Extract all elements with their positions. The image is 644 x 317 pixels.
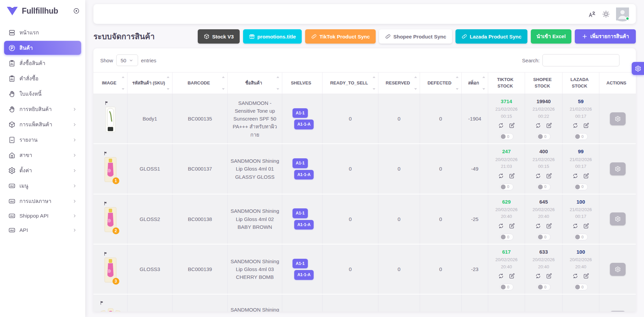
sku-value: Body1	[143, 115, 157, 123]
refresh-icon[interactable]	[572, 123, 578, 128]
row-settings-button[interactable]	[610, 212, 626, 225]
edit-icon[interactable]	[583, 123, 589, 128]
sidebar-item-purchase[interactable]: สั่งซื้อสินค้า	[4, 56, 81, 70]
sidebar-item-api[interactable]: AdAPI	[4, 224, 81, 237]
refresh-icon[interactable]	[535, 173, 541, 179]
sort-asc-icon[interactable]	[222, 76, 225, 78]
search-input[interactable]	[542, 54, 619, 66]
shelf-badge: A1-1-A	[294, 270, 314, 280]
column-header-stock[interactable]: สต็อก	[462, 72, 488, 94]
sort-asc-icon[interactable]	[276, 76, 279, 78]
stock-v3-button[interactable]: Stock V3	[198, 29, 239, 44]
shopee-sync-button[interactable]: Shopee Product Sync	[379, 29, 452, 44]
edit-icon[interactable]	[509, 123, 515, 128]
sort-asc-icon[interactable]	[414, 76, 417, 78]
stock-sync-toggle[interactable]: 0	[537, 284, 551, 290]
edit-icon[interactable]	[546, 273, 552, 279]
sidebar-item-menu[interactable]: Adเมนู	[4, 179, 81, 193]
stock-sync-toggle[interactable]: 0	[574, 234, 588, 240]
row-settings-button[interactable]	[610, 311, 626, 312]
sort-desc-icon[interactable]	[222, 88, 225, 90]
sync-date: 20/02/2026	[495, 257, 518, 263]
sort-asc-icon[interactable]	[482, 76, 485, 78]
stock-sync-toggle[interactable]: 0	[537, 234, 551, 240]
column-header-reserved[interactable]: RESERVED	[378, 72, 420, 94]
edit-icon[interactable]	[546, 223, 552, 229]
refresh-icon[interactable]	[498, 123, 504, 128]
edit-icon[interactable]	[583, 223, 589, 229]
stock-sync-toggle[interactable]: 0	[574, 284, 588, 290]
column-header-defected[interactable]: DEFECTED	[420, 72, 462, 94]
stock-sync-toggle[interactable]: 0	[500, 133, 513, 140]
sidebar-item-products[interactable]: สินค้า	[4, 41, 81, 55]
sort-asc-icon[interactable]	[167, 76, 169, 78]
column-header-barcode[interactable]: BARCODE	[173, 72, 228, 94]
sidebar-item-translation[interactable]: Adการแปลภาษา	[4, 194, 81, 208]
sidebar-item-shippop-api[interactable]: AdShippop API	[4, 209, 81, 222]
refresh-icon[interactable]	[535, 123, 541, 128]
stock-actions	[498, 123, 515, 128]
import-excel-button[interactable]: นำเข้า Excel	[531, 29, 572, 44]
edit-icon[interactable]	[583, 273, 589, 279]
sidebar-pin-icon[interactable]	[73, 7, 80, 14]
sidebar-item-settings[interactable]: ตั้งค่า	[4, 163, 81, 177]
sidebar-item-invoices[interactable]: ใบแจ้งหนี้	[4, 87, 81, 101]
sidebar-item-packing[interactable]: การแพ็คสินค้า	[4, 117, 81, 131]
sidebar-item-branch[interactable]: สาขา	[4, 148, 81, 162]
edit-icon[interactable]	[546, 123, 552, 128]
refresh-icon[interactable]	[572, 273, 578, 279]
sort-asc-icon[interactable]	[122, 76, 124, 78]
tiktok-sync-button[interactable]: TikTok Product Sync	[305, 29, 376, 44]
lazada-stock-qty: 100	[576, 198, 585, 206]
edit-icon[interactable]	[509, 173, 515, 179]
edit-icon[interactable]	[509, 223, 515, 229]
column-header-name[interactable]: ชื่อสินค้า	[228, 72, 282, 94]
refresh-icon[interactable]	[498, 223, 504, 229]
row-settings-button[interactable]	[610, 112, 626, 125]
edit-icon[interactable]	[546, 173, 552, 179]
sidebar-item-picking[interactable]: การหยิบสินค้า	[4, 102, 81, 116]
user-avatar[interactable]	[616, 7, 629, 20]
sort-desc-icon[interactable]	[167, 88, 169, 90]
column-header-image[interactable]: IMAGE	[93, 72, 128, 94]
sort-desc-icon[interactable]	[456, 88, 459, 90]
row-settings-button[interactable]	[610, 162, 626, 175]
stock-sync-toggle[interactable]: 0	[500, 184, 513, 190]
sort-desc-icon[interactable]	[373, 88, 375, 90]
stock-sync-toggle[interactable]: 0	[537, 184, 551, 190]
page-size-select[interactable]: 50	[116, 54, 138, 66]
sidebar-item-orders[interactable]: คำสั่งซื้อ	[4, 72, 81, 85]
refresh-icon[interactable]	[498, 273, 504, 279]
sort-desc-icon[interactable]	[482, 88, 485, 90]
sort-desc-icon[interactable]	[122, 88, 124, 90]
sidebar-item-reports[interactable]: รายงาน	[4, 133, 81, 147]
refresh-icon[interactable]	[572, 173, 578, 179]
sort-asc-icon[interactable]	[373, 76, 375, 78]
refresh-icon[interactable]	[572, 223, 578, 229]
refresh-icon[interactable]	[535, 273, 541, 279]
stock-sync-toggle[interactable]: 0	[500, 234, 513, 240]
translate-icon[interactable]	[588, 10, 596, 18]
stock-sync-toggle[interactable]: 0	[537, 133, 551, 140]
stock-sync-toggle[interactable]: 0	[574, 184, 588, 190]
column-header-sku[interactable]: รหัสสินค้า (SKU)	[128, 72, 173, 94]
refresh-icon[interactable]	[535, 223, 541, 229]
sort-desc-icon[interactable]	[414, 88, 417, 90]
row-settings-button[interactable]	[610, 263, 626, 276]
lazada-sync-button[interactable]: Lazada Product Sync	[455, 29, 527, 44]
sort-asc-icon[interactable]	[456, 76, 459, 78]
sync-date: 20/02/2026	[533, 257, 555, 263]
sidebar-item-home[interactable]: หน้าแรก	[4, 26, 81, 39]
add-product-button[interactable]: เพิ่มรายการสินค้า	[575, 29, 636, 44]
customizer-settings-button[interactable]	[632, 62, 644, 75]
column-header-ready[interactable]: READY_TO_SELL	[323, 72, 378, 94]
stock-sync-toggle[interactable]: 0	[574, 133, 588, 140]
edit-icon[interactable]	[583, 173, 589, 179]
refresh-icon[interactable]	[498, 173, 504, 179]
table-header: IMAGEรหัสสินค้า (SKU)BARCODEชื่อสินค้าSH…	[93, 72, 636, 94]
promotions-button[interactable]: promotions.title	[243, 29, 302, 44]
stock-sync-toggle[interactable]: 0	[500, 284, 513, 290]
sort-desc-icon[interactable]	[276, 88, 279, 90]
edit-icon[interactable]	[509, 273, 515, 279]
theme-sun-icon[interactable]	[602, 10, 610, 18]
